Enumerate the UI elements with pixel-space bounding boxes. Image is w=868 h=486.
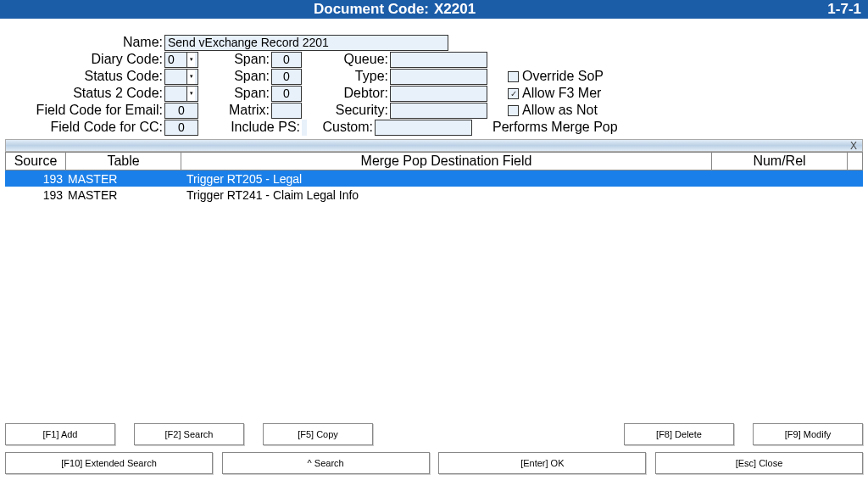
doc-code-value: X2201 [434, 1, 629, 18]
type-label: Type: [322, 69, 390, 84]
col-dest[interactable]: Merge Pop Destination Field [181, 152, 712, 170]
allow-f3-checkbox[interactable]: ✓Allow F3 Mer [508, 86, 632, 101]
table-body: 193MASTERTrigger RT205 - Legal193MASTERT… [5, 170, 863, 399]
name-input[interactable]: Send vExchange Record 2201 [164, 35, 448, 51]
matrix-input[interactable] [271, 103, 302, 119]
include-ps-label: Include PS: [219, 120, 302, 135]
checkbox-icon [508, 71, 519, 82]
top-right-code: 1-7-1 [827, 1, 861, 18]
checkbox-icon [508, 105, 519, 116]
type-input[interactable] [390, 69, 487, 85]
col-num[interactable]: Num/Rel [712, 152, 848, 170]
debtor-input[interactable] [390, 86, 487, 102]
ok-button[interactable]: [Enter] OK [438, 452, 646, 474]
queue-input[interactable] [390, 52, 487, 68]
status2-code-input[interactable]: ▾ [164, 86, 198, 102]
span3-label: Span: [219, 86, 271, 101]
table-row[interactable]: 193MASTERTrigger RT205 - Legal [5, 170, 863, 187]
security-input[interactable] [390, 103, 487, 119]
custom-text: Performs Merge Pop [492, 120, 618, 135]
fc-email-label: Field Code for Email: [5, 103, 164, 118]
custom-input[interactable] [375, 120, 472, 136]
span2-input[interactable]: 0 [271, 69, 302, 85]
table-row[interactable]: 193MASTERTrigger RT241 - Claim Legal Inf… [5, 187, 863, 203]
col-source[interactable]: Source [5, 152, 66, 170]
caret-search-button[interactable]: ^ Search [222, 452, 430, 474]
status-code-input[interactable]: ▾ [164, 69, 198, 85]
span2-label: Span: [219, 69, 271, 84]
modify-button[interactable]: [F9] Modify [753, 423, 863, 445]
span1-label: Span: [219, 52, 271, 67]
matrix-label: Matrix: [219, 103, 271, 118]
queue-label: Queue: [322, 52, 390, 67]
close-button[interactable]: [Esc] Close [655, 452, 863, 474]
cell-table: MASTER [66, 172, 181, 186]
span1-input[interactable]: 0 [271, 52, 302, 68]
chevron-down-icon[interactable]: ▾ [186, 87, 195, 101]
delete-button[interactable]: [F8] Delete [624, 423, 734, 445]
name-label: Name: [5, 35, 164, 50]
cell-dest: Trigger RT241 - Claim Legal Info [181, 188, 727, 202]
scrollbar-spacer [848, 152, 863, 170]
status2-code-label: Status 2 Code: [5, 86, 164, 101]
chevron-down-icon[interactable]: ▾ [186, 70, 195, 84]
cell-source: 193 [5, 188, 66, 202]
cell-dest: Trigger RT205 - Legal [181, 172, 727, 186]
close-icon[interactable]: X [850, 140, 857, 152]
title-bar: Document Code: X2201 1-7-1 [0, 0, 868, 19]
allow-as-not-checkbox[interactable]: Allow as Not [508, 103, 632, 118]
search-button[interactable]: [F2] Search [134, 423, 244, 445]
button-bars: [F1] Add [F2] Search [F5] Copy [F8] Dele… [0, 423, 868, 481]
checkbox-checked-icon: ✓ [508, 88, 519, 99]
fc-cc-input[interactable]: 0 [164, 120, 198, 136]
override-sop-checkbox[interactable]: Override SoP [508, 69, 632, 84]
cell-table: MASTER [66, 188, 181, 202]
debtor-label: Debtor: [322, 86, 390, 101]
fc-email-input[interactable]: 0 [164, 103, 198, 119]
status-code-label: Status Code: [5, 69, 164, 84]
span3-input[interactable]: 0 [271, 86, 302, 102]
separator-bar: X [5, 139, 863, 152]
cell-source: 193 [5, 172, 66, 186]
col-table[interactable]: Table [66, 152, 181, 170]
add-button[interactable]: [F1] Add [5, 423, 115, 445]
custom-label: Custom: [307, 120, 375, 135]
table-header: Source Table Merge Pop Destination Field… [5, 152, 863, 170]
form-panel: Name: Send vExchange Record 2201 Diary C… [0, 19, 868, 137]
chevron-down-icon[interactable]: ▾ [186, 53, 195, 67]
copy-button[interactable]: [F5] Copy [263, 423, 373, 445]
doc-code-label: Document Code: [314, 1, 429, 18]
extended-search-button[interactable]: [F10] Extended Search [5, 452, 213, 474]
diary-code-label: Diary Code: [5, 52, 164, 67]
security-label: Security: [322, 103, 390, 118]
fc-cc-label: Field Code for CC: [5, 120, 164, 135]
diary-code-input[interactable]: 0▾ [164, 52, 198, 68]
